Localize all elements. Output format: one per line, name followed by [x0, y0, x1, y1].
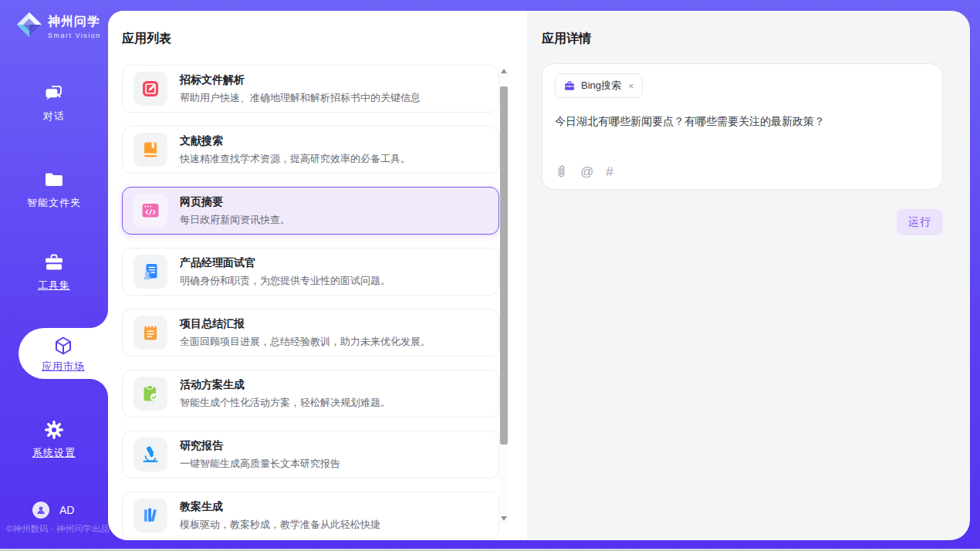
- user-account[interactable]: AD: [32, 502, 74, 519]
- app-card-title: 文献搜索: [180, 134, 411, 148]
- brand-diamond-icon: [15, 11, 43, 42]
- app-card-title: 招标文件解析: [180, 73, 421, 87]
- app-card-desc: 智能生成个性化活动方案，轻松解决规划难题。: [180, 396, 390, 410]
- tool-tag-label: Bing搜索: [581, 79, 621, 93]
- app-card-desc: 一键智能生成高质量长文本研究报告: [180, 457, 340, 471]
- briefcase-icon: [563, 79, 576, 92]
- brand-name: 神州问学: [48, 14, 101, 30]
- sidebar-item-app-market[interactable]: 应用市场: [19, 328, 108, 379]
- app-card-desc: 快速精准查找学术资源，提高研究效率的必备工具。: [180, 152, 411, 166]
- scrollbar-up-icon[interactable]: [501, 69, 507, 73]
- scrollbar-thumb[interactable]: [500, 86, 508, 445]
- sidebar-item-settings[interactable]: 系统设置: [0, 418, 108, 460]
- book-icon: [140, 140, 161, 160]
- cube-icon: [52, 334, 75, 357]
- avatar: [32, 502, 49, 519]
- app-card-title: 项目总结汇报: [180, 317, 431, 331]
- app-list-scrollbar[interactable]: [499, 66, 509, 523]
- interview-doc-icon: [140, 262, 161, 282]
- app-card-title: 网页摘要: [180, 195, 290, 209]
- sidebar: 神州问学 Smart Vision 对话 智能文件夹 工具集: [0, 0, 108, 549]
- sidebar-item-toolset[interactable]: 工具集: [0, 251, 108, 292]
- scrollbar-down-icon[interactable]: [501, 516, 507, 521]
- app-card-literature-search[interactable]: 文献搜索 快速精准查找学术资源，提高研究效率的必备工具。: [122, 126, 499, 174]
- app-card-lesson-plan[interactable]: 教案生成 模板驱动，教案秒成，教学准备从此轻松快捷: [122, 492, 499, 539]
- app-card-desc: 明确身份和职责，为您提供专业性的面试问题。: [180, 274, 390, 288]
- paperclip-icon[interactable]: [555, 164, 568, 180]
- app-detail-title: 应用详情: [542, 31, 591, 47]
- app-card-title: 教案生成: [180, 500, 380, 514]
- app-list-pane: 应用列表 招标文件解析 帮助用户快速、准确地理解和解析招标书中的关键信息: [108, 11, 527, 540]
- prompt-card: Bing搜索 × 今日湖北有哪些新闻要点？有哪些需要关注的最新政策？ @ #: [542, 63, 943, 190]
- sidebar-item-chat[interactable]: 对话: [0, 82, 108, 123]
- at-icon[interactable]: @: [580, 164, 593, 180]
- app-card-desc: 模板驱动，教案秒成，教学准备从此轻松快捷: [180, 518, 380, 532]
- app-card-project-summary[interactable]: 项目总结汇报 全面回顾项目进展，总结经验教训，助力未来优化发展。: [122, 309, 499, 357]
- app-card-desc: 全面回顾项目进展，总结经验教训，助力未来优化发展。: [180, 335, 431, 349]
- tool-tag-bing[interactable]: Bing搜索 ×: [555, 73, 643, 98]
- user-icon: [35, 505, 46, 516]
- app-detail-pane: 应用详情 Bing搜索 × 今日湖北有哪些新闻要点？有哪些需要关注的最新政策？: [527, 11, 970, 540]
- tag-remove-icon[interactable]: ×: [628, 80, 634, 92]
- app-card-desc: 每日政府新闻资讯快查。: [180, 213, 290, 227]
- clipboard-check-icon: [140, 384, 161, 404]
- app-card-research-report[interactable]: 研究报告 一键智能生成高质量长文本研究报告: [122, 431, 499, 478]
- main-content: 应用列表 招标文件解析 帮助用户快速、准确地理解和解析招标书中的关键信息: [108, 11, 970, 540]
- run-button[interactable]: 运行: [897, 209, 943, 235]
- app-card-title: 研究报告: [180, 439, 340, 453]
- toolbox-icon: [42, 251, 66, 274]
- app-card-webpage-summary[interactable]: 网页摘要 每日政府新闻资讯快查。: [122, 187, 499, 235]
- gear-icon: [42, 418, 66, 441]
- app-card-bid-parse[interactable]: 招标文件解析 帮助用户快速、准确地理解和解析招标书中的关键信息: [122, 65, 499, 113]
- copyright-text: ©神州数码 · 神州问学出品: [6, 523, 110, 535]
- app-card-title: 产品经理面试官: [180, 256, 390, 270]
- attachment-toolbar: @ #: [555, 164, 613, 180]
- sidebar-item-smart-folder[interactable]: 智能文件夹: [0, 168, 108, 210]
- microscope-icon: [140, 445, 161, 465]
- app-card-activity-plan[interactable]: 活动方案生成 智能生成个性化活动方案，轻松解决规划难题。: [122, 370, 499, 417]
- app-card-pm-interviewer[interactable]: 产品经理面试官 明确身份和职责，为您提供专业性的面试问题。: [122, 248, 499, 296]
- app-cards: 招标文件解析 帮助用户快速、准确地理解和解析招标书中的关键信息 文献搜索 快速精…: [122, 65, 499, 540]
- hash-icon[interactable]: #: [606, 164, 613, 180]
- edit-square-icon: [140, 79, 161, 99]
- brand-subtitle: Smart Vision: [48, 32, 101, 39]
- brand-logo: 神州问学 Smart Vision: [15, 11, 101, 42]
- bookshelf-icon: [140, 505, 161, 526]
- app-list-title: 应用列表: [122, 31, 171, 47]
- app-card-desc: 帮助用户快速、准确地理解和解析招标书中的关键信息: [180, 91, 421, 105]
- app-card-title: 活动方案生成: [180, 378, 390, 392]
- notepad-icon: [140, 323, 161, 343]
- app-shell: 神州问学 Smart Vision 对话 智能文件夹 工具集: [0, 0, 980, 549]
- user-initials: AD: [59, 504, 74, 516]
- prompt-text[interactable]: 今日湖北有哪些新闻要点？有哪些需要关注的最新政策？: [555, 115, 925, 129]
- webpage-code-icon: [140, 201, 161, 221]
- folder-icon: [42, 168, 66, 191]
- chat-icon: [42, 82, 66, 105]
